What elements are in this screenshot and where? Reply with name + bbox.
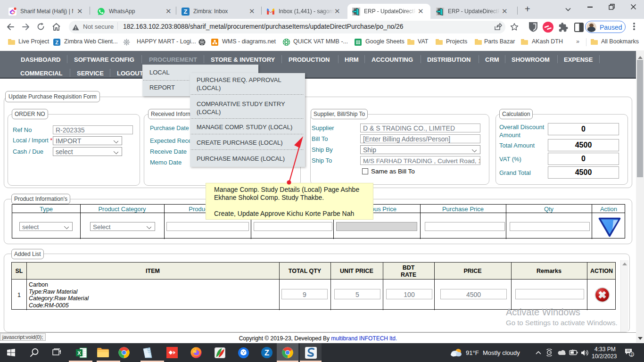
svg-text:2: 2 [630, 352, 633, 357]
svg-text:X: X [77, 350, 81, 356]
svg-text:Z: Z [184, 8, 188, 15]
svg-text:Z: Z [264, 348, 269, 357]
svg-text:Z: Z [55, 40, 58, 45]
